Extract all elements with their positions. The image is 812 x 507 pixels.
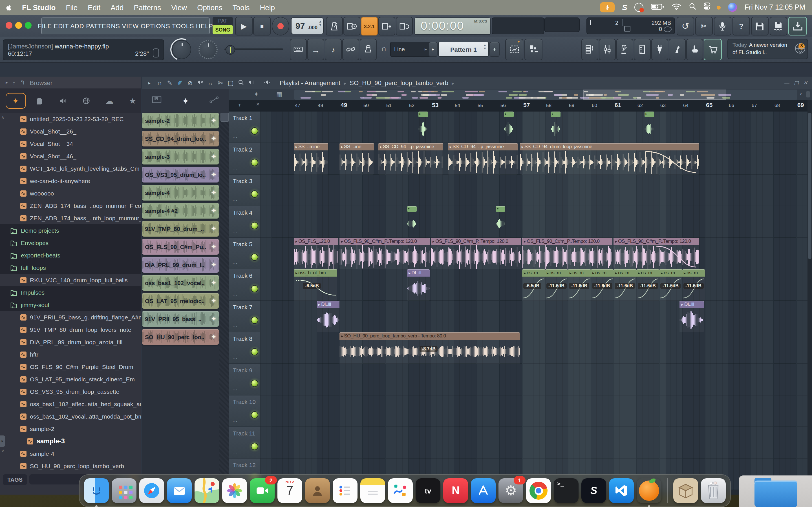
browser-item-so-hu-90-perc-loop-tambo-verb[interactable]: SO_HU_90_perc_loop_tambo_verb [0, 460, 141, 472]
clip-header[interactable]: os..m [659, 269, 682, 277]
clip-track6-20[interactable]: os..m-11.6dB [568, 269, 591, 301]
browser-item-91v-prii-95-bass-g-drifting-fl[interactable]: 91V_PRII_95_bass_g..drifting_flange_A#m [0, 311, 141, 323]
browser-up-icon[interactable]: ↑ [12, 79, 15, 86]
clip-track2-6[interactable]: SS_CD_94_..p_jassmine [378, 143, 444, 175]
control-center-icon[interactable] [704, 2, 714, 12]
picker-item-so-hu-90-perc-loo-[interactable]: SO_HU_90_perc_loo..✦ [142, 329, 219, 345]
clip-track1-1[interactable]: ▸ [504, 112, 514, 143]
picker-item-sample-4[interactable]: sample-4✦ [142, 185, 219, 201]
draw-tool-icon[interactable]: ✎ [165, 79, 175, 87]
clip-track2-8[interactable]: SS_CD_94_drum_loop_jassmine [520, 143, 699, 175]
clip-header[interactable]: OS_FLS_..20.0 [294, 238, 338, 245]
picker-automation-icon[interactable] [209, 96, 219, 106]
track-mute-led[interactable] [251, 159, 258, 166]
news-ticker[interactable]: TodayA newer version of FL Studio i.. 3 [727, 39, 808, 59]
browser-item-sample-4[interactable]: sample-4 [0, 447, 141, 460]
add-pattern-button[interactable]: + [490, 42, 500, 57]
clip-track1-2[interactable]: ▸ [551, 112, 561, 143]
track-mute-led[interactable] [251, 253, 258, 261]
dock-app-launchpad[interactable] [112, 478, 137, 503]
touch-controller-button[interactable] [686, 39, 703, 60]
clip-track5-14[interactable]: OS_FLS_90_C#m_P..Tempo: 120.0 [522, 238, 612, 269]
mute-tool-icon[interactable] [195, 79, 205, 87]
clip-header[interactable]: os..m [522, 269, 545, 277]
select-tool-icon[interactable]: ▢ [225, 79, 236, 87]
track-mute-led[interactable] [251, 317, 258, 324]
picker-item-ss-cd-94-drum-loo-[interactable]: SS_CD_94_drum_loo..✦ [142, 131, 219, 147]
clip-track5-12[interactable]: OS_FLS_90_C#m_P..Tempo: 120.0 [340, 238, 430, 269]
plugin-button[interactable] [651, 39, 668, 60]
track-mute-led[interactable] [251, 222, 258, 229]
wait-for-input-button[interactable] [343, 17, 360, 36]
clip-header[interactable]: os..m [591, 269, 613, 277]
minimap-grid-icon[interactable]: ▦ [276, 91, 282, 98]
menubar-item-add[interactable]: Add [105, 3, 129, 11]
track-header-11[interactable]: Track 11⋯ [229, 427, 260, 459]
track-options[interactable]: ⋯ [232, 198, 238, 203]
browser-item-vocal-shot-34-[interactable]: Vocal_Shot__34_ [0, 137, 141, 150]
clip-header[interactable]: DI..ill [680, 301, 704, 308]
valve-button[interactable] [360, 39, 377, 60]
track-options[interactable]: ⋯ [232, 229, 238, 235]
picker-item-sample-3[interactable]: sample-3✦ [142, 149, 219, 165]
time-display[interactable]: 0:00:00 M:S:CS [414, 17, 491, 35]
desktop-folder-icon[interactable] [755, 478, 797, 507]
track-header-8[interactable]: Track 8⋯ [229, 332, 260, 364]
dock-app-safari[interactable] [139, 478, 164, 503]
track-options[interactable]: ⋯ [232, 387, 238, 393]
clip-track5-13[interactable]: OS_FLS_90_C#m_P..Tempo: 120.0 [431, 238, 521, 269]
track-mute-led[interactable] [251, 443, 258, 450]
picker-patterns-icon[interactable] [152, 96, 162, 106]
tab-files[interactable] [30, 93, 49, 108]
browser-item-91v-tmp-80-drum-loop-lovers-no[interactable]: 91V_TMP_80_drum_loop_lovers_note [0, 323, 141, 336]
clip-header[interactable]: oss_b..ot_bm [294, 269, 337, 277]
track-header-2[interactable]: Track 2⋯ [229, 143, 260, 175]
slip-tool-icon[interactable]: ↔ [205, 79, 215, 86]
clip-header[interactable]: SS_CD_94_..p_jassmine [378, 143, 444, 151]
clip-track1-3[interactable]: ▸ [644, 112, 654, 143]
playlist-maximize-icon[interactable]: ▢ [794, 80, 799, 86]
browser-item-demo-projects[interactable]: Demo projects [0, 224, 141, 237]
browser-item-rku-vjc-140-drum-loop-full-bel[interactable]: RKU_VJC_140_drum_loop_full_bells [0, 274, 141, 286]
tab-online-content[interactable] [77, 93, 96, 108]
clip-track6-21[interactable]: os..m-11.6dB [591, 269, 613, 301]
minimap-view-window[interactable] [583, 90, 726, 100]
picker-scrollbar-thumb[interactable] [220, 113, 229, 122]
browser-item-full-loops[interactable]: full_loops▾ [0, 262, 141, 274]
browser-item-zen-adb-174-bass-oop-murmur-f-[interactable]: ZEN_ADB_174_bass_..oop_murmur_F copy [0, 200, 141, 212]
play-button[interactable]: ▶ [235, 17, 253, 36]
playlist-grid[interactable]: ▸▸▸▸SS_..mineSS_..ineSS_CD_94_..p_jassmi… [260, 112, 808, 490]
dock-app-trash[interactable] [701, 478, 726, 503]
clip-track2-4[interactable]: SS_..mine [294, 143, 328, 175]
menubar-item-edit[interactable]: Edit [83, 3, 105, 11]
shuttle-slider[interactable] [224, 48, 283, 50]
close-window-button[interactable] [6, 22, 12, 29]
recording-mic-button[interactable] [714, 17, 731, 36]
link-button[interactable] [342, 39, 359, 60]
dock-app-news[interactable]: N [443, 478, 468, 503]
clip-track6-22[interactable]: os..m-11.6dB [613, 269, 637, 301]
minimap-zoom-handle[interactable] [806, 91, 810, 98]
track-mute-led[interactable] [251, 127, 258, 135]
picker-item-os-fls-90-c-m-pu-[interactable]: OS_FLS_90_C#m_Pu..✦ [142, 239, 219, 255]
browser-scroll-down[interactable]: ∨ [1, 448, 4, 453]
channel-rack-button[interactable] [616, 39, 633, 60]
browser-item-woooooo[interactable]: woooooo [0, 187, 141, 200]
tab-favorites[interactable]: ★ [123, 93, 141, 108]
clip-track2-7[interactable]: SS_CD_94_..p_jassmine [448, 143, 518, 175]
minimize-window-button[interactable] [15, 22, 22, 29]
minimap[interactable] [294, 90, 797, 100]
pat-song-switch[interactable]: PAT SONG [213, 17, 233, 34]
overdub-loop-button[interactable] [396, 17, 413, 36]
pat-mode-label[interactable]: PAT [213, 17, 233, 25]
browser-item-os-lat-95-melodic-stack-dinero[interactable]: OS_LAT_95_melodic_stack_dinero_Em [0, 373, 141, 385]
picker-audio-icon[interactable]: ✦ [182, 96, 190, 106]
dock-app-apple-tv[interactable]: tv [416, 478, 441, 503]
pattern-prev-button[interactable]: ▸ [428, 42, 438, 57]
playlist-vertical-scrollbar[interactable] [808, 100, 812, 490]
track-header-3[interactable]: Track 3⋯ [229, 175, 260, 206]
microphone-status-icon[interactable] [600, 2, 615, 12]
minimap-scroll-right[interactable]: › [800, 90, 802, 96]
dock-app-maps[interactable] [195, 478, 219, 503]
dock-app-reminders[interactable] [333, 478, 357, 503]
